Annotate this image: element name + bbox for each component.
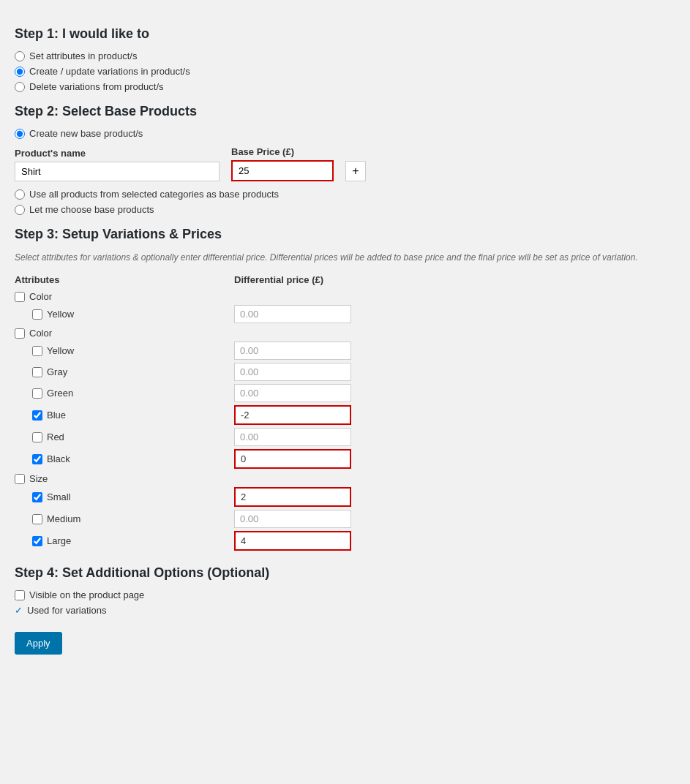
attr-group-size-label: Size [29,473,48,484]
step1-radio-0[interactable] [15,51,25,61]
attr-group-color2-checkbox[interactable] [15,328,25,339]
choose-radio[interactable] [15,205,25,215]
variations-row: ✓ Used for variations [15,605,673,616]
green-price-input[interactable] [234,384,351,402]
attr-group-color1-label: Color [29,291,52,302]
product-name-label: Product's name [15,148,220,159]
blue-price-input[interactable] [234,405,351,425]
visible-checkbox[interactable] [15,590,25,600]
step2-category-radio-group: Use all products from selected categorie… [15,189,673,200]
attr-group-color2-label: Color [29,328,52,339]
step2-title: Step 2: Select Base Products [15,104,673,119]
col-differential-header: Differential price (£) [234,274,323,285]
green-label: Green [47,388,73,399]
step2-choose-radio-group: Let me choose base products [15,204,673,215]
gray-label: Gray [47,366,67,377]
large-label: Large [47,535,71,546]
small-price-input[interactable] [234,487,351,507]
visible-label[interactable]: Visible on the product page [29,589,144,600]
step2-create-new-radio-group: Create new base product/s [15,128,673,139]
attr-row-small: Small [32,487,673,507]
attr-row-blue: Blue [32,405,673,425]
black-checkbox[interactable] [32,454,42,464]
attr-row-medium: Medium [32,510,673,528]
yellow2-checkbox[interactable] [32,346,42,356]
gray-checkbox[interactable] [32,367,42,377]
small-checkbox[interactable] [32,492,42,502]
large-price-input[interactable] [234,531,351,551]
attr-group-color1: Color [15,291,673,302]
yellow1-checkbox[interactable] [32,309,42,320]
base-price-label: Base Price (£) [231,146,334,157]
step1-label-0[interactable]: Set attributes in product/s [29,50,137,61]
black-label: Black [47,453,70,464]
apply-button[interactable]: Apply [15,632,62,655]
attr-row-red: Red [32,428,673,446]
red-checkbox[interactable] [32,432,42,442]
product-form-row: Product's name Base Price (£) + [15,146,673,181]
attr-row-yellow2: Yellow [32,342,673,360]
medium-price-input[interactable] [234,510,351,528]
attributes-header: Attributes Differential price (£) [15,274,673,285]
base-price-group: Base Price (£) [231,146,334,181]
plus-button[interactable]: + [345,161,366,181]
medium-label: Medium [47,513,80,524]
step1-label-1[interactable]: Create / update variations in product/s [29,66,190,77]
visible-checkbox-group: Visible on the product page [15,589,673,600]
step4-section: Step 4: Set Additional Options (Optional… [15,565,673,616]
red-price-input[interactable] [234,428,351,446]
step1-label-2[interactable]: Delete variations from product/s [29,81,164,92]
category-label[interactable]: Use all products from selected categorie… [29,189,279,200]
attr-row-gray: Gray [32,363,673,381]
step4-title: Step 4: Set Additional Options (Optional… [15,565,673,581]
gray-price-input[interactable] [234,363,351,381]
create-new-label[interactable]: Create new base product/s [29,128,143,139]
attr-group-color2: Color [15,328,673,339]
product-name-group: Product's name [15,148,220,181]
step3-title: Step 3: Setup Variations & Prices [15,227,673,242]
attr-row-black: Black [32,449,673,469]
step1-option-0: Set attributes in product/s [15,50,673,61]
attr-row-green: Green [32,384,673,402]
attr-row-yellow1: Yellow [32,305,673,323]
attr-row-large: Large [32,531,673,551]
medium-checkbox[interactable] [32,514,42,524]
black-price-input[interactable] [234,449,351,469]
blue-checkbox[interactable] [32,410,42,421]
product-name-input[interactable] [15,162,220,181]
red-label: Red [47,431,64,442]
yellow1-label: Yellow [47,309,74,320]
step1-options: Set attributes in product/sCreate / upda… [15,50,673,92]
step1-radio-1[interactable] [15,67,25,77]
col-attributes-header: Attributes [15,274,234,285]
green-checkbox[interactable] [32,388,42,399]
yellow1-price-input[interactable] [234,305,351,323]
base-price-input[interactable] [231,160,334,181]
variations-label: Used for variations [27,605,106,616]
yellow2-label: Yellow [47,345,74,356]
category-radio[interactable] [15,189,25,200]
step3-info: Select attributes for variations & optio… [15,251,673,264]
attr-group-color1-checkbox[interactable] [15,292,25,302]
small-label: Small [47,491,71,502]
yellow2-price-input[interactable] [234,342,351,360]
checkmark-icon: ✓ [15,605,23,616]
step1-option-1: Create / update variations in product/s [15,66,673,77]
attr-group-size-checkbox[interactable] [15,474,25,484]
attr-group-size: Size [15,473,673,484]
blue-label: Blue [47,410,66,421]
step1-radio-2[interactable] [15,82,25,92]
step1-title: Step 1: I would like to [15,26,673,42]
create-new-radio[interactable] [15,129,25,139]
large-checkbox[interactable] [32,536,42,546]
step1-option-2: Delete variations from product/s [15,81,673,92]
choose-label[interactable]: Let me choose base products [29,204,154,215]
page-container: Step 1: I would like to Set attributes i… [15,26,673,655]
